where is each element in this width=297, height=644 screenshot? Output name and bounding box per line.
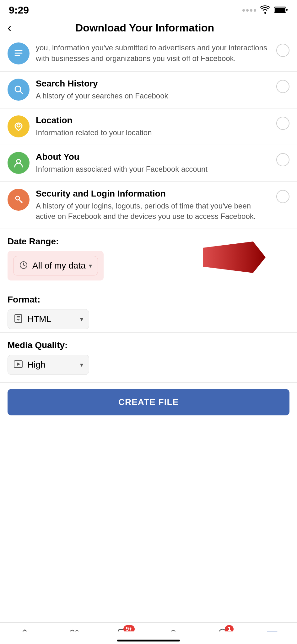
create-file-section: CREATE FILE xyxy=(0,383,297,422)
status-bar: 9:29 xyxy=(0,0,297,19)
partial-item-checkbox[interactable] xyxy=(276,44,289,57)
signal-icon xyxy=(242,9,256,12)
wifi-icon xyxy=(259,5,271,15)
about-you-checkbox[interactable] xyxy=(276,153,289,166)
status-time: 9:29 xyxy=(9,4,29,16)
svg-rect-2 xyxy=(275,8,285,12)
format-icon xyxy=(14,314,23,325)
media-quality-dropdown-arrow: ▾ xyxy=(80,361,83,369)
location-icon xyxy=(8,115,30,137)
media-quality-label: Media Quality: xyxy=(8,340,289,350)
header: ‹ Download Your Information xyxy=(0,19,297,39)
date-range-label: Date Range: xyxy=(8,236,289,247)
list-item: Search History A history of your searche… xyxy=(0,72,297,108)
format-label: Format: xyxy=(8,295,289,305)
list-item: About You Information associated with yo… xyxy=(0,145,297,182)
security-title: Security and Login Information xyxy=(36,189,271,199)
date-range-section: Date Range: All of my data ▾ xyxy=(0,229,297,287)
search-history-desc: A history of your searches on Facebook xyxy=(36,91,271,101)
location-content: Location Information related to your loc… xyxy=(36,115,271,138)
format-dropdown[interactable]: HTML ▾ xyxy=(8,309,89,329)
format-dropdown-arrow: ▾ xyxy=(80,315,83,323)
status-icons xyxy=(242,5,288,15)
svg-point-6 xyxy=(17,124,20,127)
security-content: Security and Login Information A history… xyxy=(36,189,271,222)
search-history-checkbox[interactable] xyxy=(276,80,289,93)
format-section: Format: HTML ▾ xyxy=(0,287,297,333)
search-history-icon xyxy=(8,79,30,101)
svg-line-14 xyxy=(24,265,25,266)
location-checkbox[interactable] xyxy=(276,117,289,130)
security-desc: A history of your logins, logouts, perio… xyxy=(36,201,271,222)
partial-item-text: you, information you've submitted to adv… xyxy=(36,43,267,63)
page-title: Download Your Information xyxy=(18,22,272,34)
location-desc: Information related to your location xyxy=(36,127,271,138)
list-item: Location Information related to your loc… xyxy=(0,108,297,145)
about-you-icon xyxy=(8,152,30,174)
svg-point-0 xyxy=(264,12,266,14)
about-you-content: About You Information associated with yo… xyxy=(36,152,271,175)
security-checkbox[interactable] xyxy=(276,190,289,203)
clock-icon xyxy=(19,261,28,271)
back-button[interactable]: ‹ xyxy=(8,22,11,34)
about-you-title: About You xyxy=(36,152,271,162)
svg-point-7 xyxy=(17,159,20,163)
date-range-dropdown-arrow: ▾ xyxy=(89,262,92,269)
partial-item-icon xyxy=(8,42,30,64)
date-range-highlight: All of my data ▾ xyxy=(8,251,104,280)
partial-item-content: you, information you've submitted to adv… xyxy=(36,42,271,64)
date-range-dropdown[interactable]: All of my data ▾ xyxy=(13,256,98,275)
format-value: HTML xyxy=(27,314,77,324)
search-history-content: Search History A history of your searche… xyxy=(36,79,271,101)
svg-rect-3 xyxy=(286,9,288,11)
date-range-value: All of my data xyxy=(32,261,86,271)
home-indicator xyxy=(117,640,180,641)
search-history-title: Search History xyxy=(36,79,271,89)
svg-line-5 xyxy=(20,91,23,94)
partial-list-item: you, information you've submitted to adv… xyxy=(0,39,297,72)
media-quality-icon xyxy=(14,359,23,370)
security-icon xyxy=(8,189,30,211)
svg-marker-21 xyxy=(17,363,20,366)
list-section: Search History A history of your searche… xyxy=(0,72,297,229)
list-item: Security and Login Information A history… xyxy=(0,182,297,229)
media-quality-value: High xyxy=(27,360,77,370)
media-quality-dropdown[interactable]: High ▾ xyxy=(8,355,89,375)
about-you-desc: Information associated with your Faceboo… xyxy=(36,164,271,175)
location-title: Location xyxy=(36,115,271,125)
create-file-button[interactable]: CREATE FILE xyxy=(8,389,289,415)
media-quality-section: Media Quality: High ▾ xyxy=(0,333,297,383)
svg-rect-16 xyxy=(15,314,22,323)
battery-icon xyxy=(274,6,288,15)
